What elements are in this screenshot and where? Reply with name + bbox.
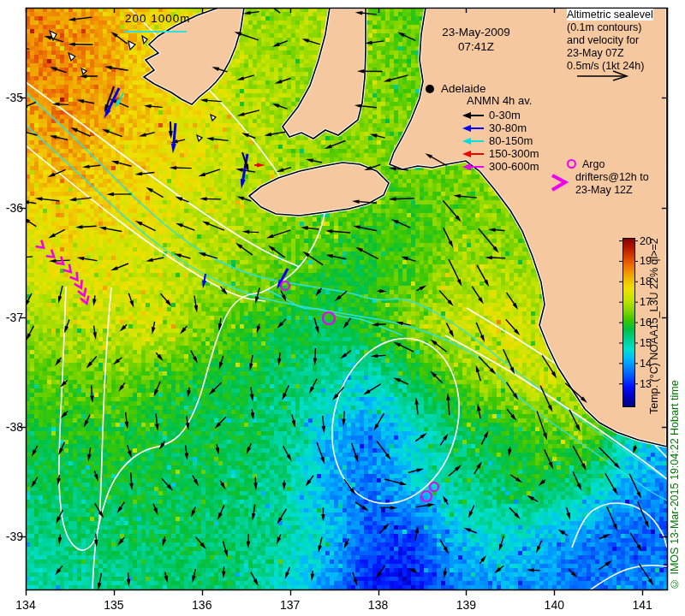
anmn-legend: ANMN 4h av. 0-30m 30-80m 80-150m 150-300… [462, 94, 539, 173]
argo-label: Argo [582, 158, 605, 171]
time-text: 07:41Z [426, 39, 526, 54]
anmn-depth-label: 0-30m [489, 109, 521, 121]
lat-axis-label: -35 [1, 91, 23, 104]
sst-map-canvas [0, 0, 685, 616]
anmn-legend-row: 30-80m [462, 121, 539, 134]
lat-axis-label: -39 [1, 530, 23, 543]
depth-contour-sample-line [124, 31, 187, 33]
anmn-depth-label: 30-80m [489, 121, 527, 134]
drifter-chevron-icon [550, 173, 569, 193]
date-block: 23-May-2009 07:41Z [426, 25, 526, 54]
drifter-label-line2: 23-May 12Z [575, 184, 633, 197]
left-arrow-icon [462, 124, 485, 133]
altimetric-line: and velocity for [567, 34, 670, 47]
lon-axis-label: 135 [95, 598, 133, 612]
colorbar-title: Temp. (°C) NOAA15_L3U 22% ql>=2 [648, 233, 660, 414]
altimetric-line: 23-May 07Z [567, 47, 670, 60]
argo-circle-icon [567, 159, 576, 169]
altimetric-legend: Altimetric sealevel (0.1m contours) and … [567, 9, 670, 73]
altimetric-line: (0.1m contours) [567, 21, 670, 34]
lon-axis-label: 134 [7, 598, 45, 612]
left-arrow-icon [462, 150, 485, 158]
left-arrow-icon [462, 163, 485, 171]
depth-contour-scale-label: 200 1000m [125, 12, 191, 25]
altimetric-line: Altimetric sealevel [567, 9, 653, 21]
adelaide-label: Adelaide [441, 82, 486, 95]
imos-attribution: © IMOS 13-Mar-2015 19:04:22 Hobart time [669, 229, 681, 589]
velocity-scale-arrow-icon [575, 68, 630, 82]
anmn-depth-label: 150-300m [489, 147, 539, 160]
anmn-legend-row: 80-150m [462, 134, 539, 147]
anmn-legend-row: 0-30m [462, 109, 539, 121]
lon-axis-label: 137 [271, 598, 309, 612]
drifter-label-line1: drifters@12h to [575, 171, 649, 184]
lon-axis-label: 139 [447, 598, 485, 612]
left-arrow-icon [462, 137, 485, 145]
anmn-legend-row: 150-300m [462, 147, 539, 160]
anmn-legend-title: ANMN 4h av. [467, 94, 539, 107]
lat-axis-label: -37 [1, 311, 23, 324]
lat-axis-label: -36 [1, 201, 23, 215]
figure-root: 200 1000m 23-May-2009 07:41Z Altimetric … [0, 0, 685, 616]
lon-axis-label: 136 [183, 598, 221, 612]
lon-axis-label: 141 [623, 598, 661, 612]
anmn-depth-label: 300-600m [489, 160, 539, 173]
adelaide-marker [426, 85, 434, 93]
anmn-depth-label: 80-150m [489, 134, 533, 147]
lat-axis-label: -38 [1, 420, 23, 434]
lon-axis-label: 138 [360, 598, 397, 612]
anmn-legend-row: 300-600m [462, 160, 539, 173]
left-arrow-icon [462, 111, 485, 120]
date-text: 23-May-2009 [426, 25, 526, 39]
lon-axis-label: 140 [535, 598, 573, 612]
